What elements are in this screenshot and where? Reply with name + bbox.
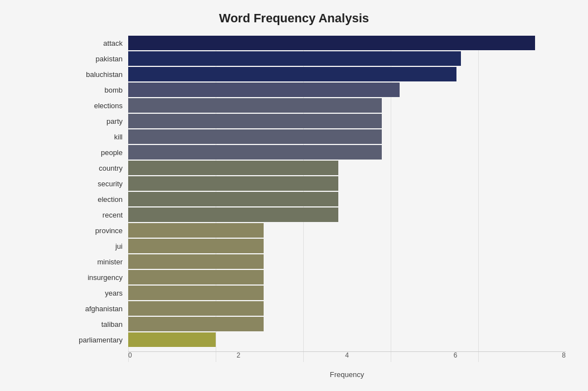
bar-row: election <box>128 192 566 206</box>
bar-label: recent <box>67 211 128 219</box>
bar-row: taliban <box>128 317 566 331</box>
bar-label: pakistan <box>67 55 128 63</box>
bar-label: jui <box>67 242 128 250</box>
bar-row: baluchistan <box>128 67 566 81</box>
bar-fill <box>128 67 456 81</box>
bar-row: minister <box>128 254 566 269</box>
bar-label: bomb <box>67 86 128 94</box>
bar-fill <box>128 176 338 191</box>
bar-row: people <box>128 145 566 160</box>
bar-fill <box>128 332 216 347</box>
bar-label: province <box>67 226 128 235</box>
bar-row: security <box>128 176 566 191</box>
bar-label: parliamentary <box>67 336 128 344</box>
bar-row: afghanistan <box>128 301 566 316</box>
chart-title: Word Frequency Analysis <box>22 11 566 26</box>
bar-fill <box>128 192 338 206</box>
bar-fill <box>128 129 382 144</box>
bar-label: country <box>67 164 128 172</box>
bar-fill <box>128 223 264 238</box>
bar-label: taliban <box>67 320 128 329</box>
bar-label: elections <box>67 102 128 110</box>
bar-row: attack <box>128 36 566 50</box>
bar-label: minister <box>67 258 128 266</box>
bar-row: party <box>128 114 566 128</box>
bar-label: insurgency <box>67 273 128 282</box>
bar-label: baluchistan <box>67 70 128 79</box>
chart-area: attackpakistanbaluchistanbombelectionspa… <box>128 36 566 347</box>
bar-fill <box>128 317 264 331</box>
bar-label: years <box>67 289 128 297</box>
bar-fill <box>128 98 382 113</box>
bar-row: country <box>128 161 566 175</box>
bar-row: jui <box>128 239 566 253</box>
bar-fill <box>128 161 338 175</box>
bar-label: afghanistan <box>67 305 128 313</box>
x-tick: 4 <box>345 351 349 359</box>
x-tick: 8 <box>562 351 566 359</box>
bar-fill <box>128 239 264 253</box>
x-tick: 0 <box>128 351 132 359</box>
bar-fill <box>128 145 382 160</box>
bar-row: recent <box>128 207 566 222</box>
bar-fill <box>128 254 264 269</box>
bar-row: bomb <box>128 83 566 97</box>
bar-fill <box>128 301 264 316</box>
x-tick: 2 <box>237 351 241 359</box>
bar-fill <box>128 286 264 300</box>
bar-row: insurgency <box>128 270 566 284</box>
bar-fill <box>128 114 382 128</box>
bar-fill <box>128 83 400 97</box>
bar-fill <box>128 270 264 284</box>
bar-label: party <box>67 117 128 125</box>
bar-label: attack <box>67 39 128 47</box>
bar-label: kill <box>67 133 128 141</box>
bar-label: people <box>67 148 128 157</box>
bar-fill <box>128 207 338 222</box>
x-axis: 02468 <box>128 351 566 368</box>
chart-container: Word Frequency Analysis attackpakistanba… <box>0 0 588 391</box>
x-axis-label: Frequency <box>128 370 566 379</box>
bar-row: province <box>128 223 566 238</box>
bar-row: pakistan <box>128 51 566 66</box>
bar-row: years <box>128 286 566 300</box>
bar-fill <box>128 51 461 66</box>
bar-row: kill <box>128 129 566 144</box>
bar-label: security <box>67 180 128 188</box>
x-tick: 6 <box>454 351 458 359</box>
bar-row: parliamentary <box>128 332 566 347</box>
bar-fill <box>128 36 535 50</box>
bar-row: elections <box>128 98 566 113</box>
bar-label: election <box>67 195 128 204</box>
